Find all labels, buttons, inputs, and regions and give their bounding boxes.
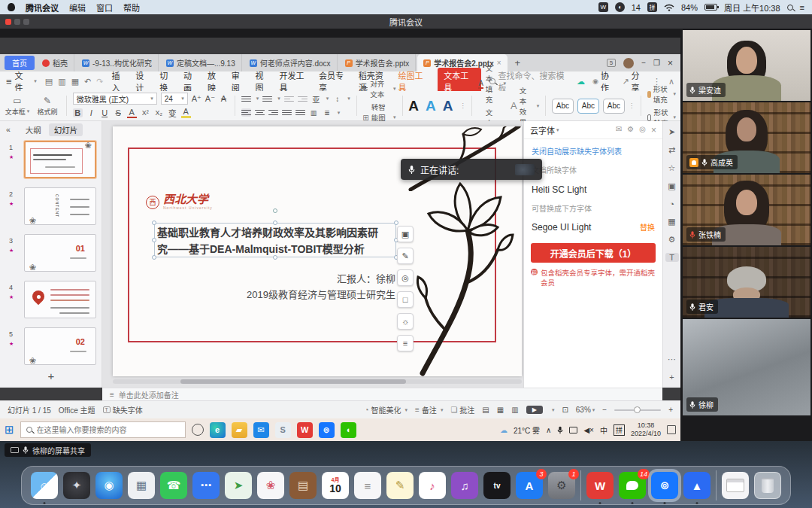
shape-style-more-icon[interactable]: ⋮ [629,102,635,109]
font-name-select[interactable]: 微软雅黑 (正文)▾ [73,93,157,105]
selection-handle[interactable] [152,221,156,225]
close-icon[interactable]: × [668,58,673,68]
dock-tencent-meeting[interactable]: ⊚ [651,472,678,499]
strip-more-icon[interactable]: ⋯ [668,354,676,364]
float-zoom-icon[interactable]: ◎ [397,269,414,286]
slide-thumb-2[interactable]: ❀ CONTENT [24,187,96,225]
superscript-button[interactable]: X² [141,109,150,117]
dock-calendar[interactable]: 4月10 [322,472,349,499]
justify-icon[interactable] [282,108,292,117]
slide-thumb-5[interactable]: ❀ 02 [24,327,96,365]
decrease-indent-icon[interactable] [284,95,294,103]
text-fill-button[interactable]: A文本填充▾ [478,62,506,105]
selection-handle[interactable] [273,255,277,260]
increase-font-icon[interactable]: A⁺ [192,94,201,104]
align-right-icon[interactable] [268,108,278,117]
dock-settings[interactable]: ⚙1 [548,472,575,499]
shape-style-1[interactable]: Abc [552,99,574,114]
dock-safari[interactable]: ◉ [95,472,123,499]
bold-button[interactable]: B [73,108,83,117]
dock-appletv[interactable]: tv [483,472,511,499]
tray-expand-icon[interactable]: ∧ [546,426,551,434]
wps-statusbar-icon[interactable]: W [598,2,608,12]
mail-app-icon[interactable]: ✉ [253,422,269,438]
shape-style-3[interactable]: Abc [603,99,625,114]
shape-fill-button[interactable]: 形状填充▾ [647,84,676,105]
wechat-taskbar-icon[interactable]: ◖ [341,422,356,438]
participant-tile[interactable]: 君安 [683,247,810,318]
maximize-icon[interactable]: ❐ [653,59,660,67]
dock-journal[interactable]: ▤ [289,472,317,499]
clear-format-icon[interactable]: A [219,94,229,103]
share-button[interactable]: ↗分享 [622,69,645,93]
text-preset-3[interactable]: A [443,98,453,114]
cloud-sync-icon[interactable]: ☁ [577,77,585,87]
zoom-in-icon[interactable]: + [668,406,673,414]
font-panel-title[interactable]: 云字体▾ [530,124,559,136]
window-close-button[interactable] [5,19,11,25]
view-read-icon[interactable]: ▥ [511,406,518,414]
text-effect-change-button[interactable]: 变 [168,107,177,119]
dock-launchpad[interactable]: ✦ [63,472,90,499]
slide-title-textbox[interactable]: 基础职业教育人才培养财政效率及其影响因素研 究——基于DEA-Malmquist… [154,223,396,257]
slide-thumb-1-selected[interactable]: ❀ [24,141,96,178]
dock-wps[interactable]: W [586,472,614,499]
beautify-button[interactable]: ◔智能美化▾ [364,404,408,415]
menu-member[interactable]: 会员专享 [319,69,350,93]
distribute-icon[interactable] [295,108,305,117]
dock-facetime[interactable]: ☎ [160,472,187,499]
selection-handle[interactable] [152,238,156,242]
para-settings-icon[interactable]: ≣ [323,109,332,117]
undo-icon[interactable]: ↶ [84,77,91,87]
feedback-icon[interactable]: ✉ [616,125,622,135]
taskbar-search-input[interactable] [37,426,172,434]
tray-lang[interactable]: 中 [600,424,607,436]
notes-bar[interactable]: ≡ 单击此处添加备注 [102,388,662,400]
tray-mic-icon[interactable] [557,426,563,434]
text-preset-1[interactable]: A [408,98,419,114]
auto-show-link[interactable]: 关闭自动展示缺失字体列表 [524,139,662,157]
minimize-icon[interactable]: − [641,59,646,67]
play-slideshow-button[interactable]: ▶ [526,406,543,414]
tab-docer[interactable]: 稻壳 [36,54,74,71]
dock-preview[interactable]: ▦ [128,472,155,499]
align-center-icon[interactable] [255,108,265,117]
float-notes-icon[interactable]: ≡ [397,335,414,351]
underline-button[interactable]: U [100,108,110,117]
decrease-font-icon[interactable]: A⁻ [205,94,215,104]
theme-name[interactable]: Office 主题 [59,404,95,415]
shape-style-2[interactable]: Abc [577,99,599,114]
numbering-icon[interactable] [262,95,272,103]
menubar-clock[interactable]: 周日 上午10:38 [724,2,780,14]
comment-toggle[interactable]: ❏批注 [450,404,474,415]
wechat-statusbar-icon[interactable]: ◖ [615,2,625,12]
new-tab-button[interactable]: + [509,57,527,68]
menu-app-name[interactable]: 腾讯会议 [26,2,59,14]
dock-notes[interactable]: ✎ [386,472,414,499]
font-size-select[interactable]: 24▾ [161,93,188,105]
redo-icon[interactable]: ↷ [96,77,103,87]
line-spacing-icon[interactable]: ↕ [332,95,342,103]
tray-mute-icon[interactable]: ◀× [583,426,594,434]
wps-taskbar-icon[interactable]: W [297,422,313,438]
weather-text[interactable]: 21°C 雾 [514,424,540,436]
window-zoom-button[interactable] [23,19,29,25]
tray-display-icon[interactable] [569,427,577,433]
window-minimize-button[interactable] [14,19,20,25]
dock-maps[interactable]: ➤ [225,472,252,499]
media-tool-icon[interactable]: ▦ [668,217,675,227]
tray-time[interactable]: 10:38 [631,421,661,430]
text-effect-button[interactable]: A文本效果▾ [511,93,539,119]
float-shape-icon[interactable]: □ [397,291,414,308]
dock-podcasts[interactable]: ♫ [451,472,478,499]
edge-icon[interactable]: e [210,422,226,438]
increase-indent-icon[interactable] [298,95,308,103]
selection-handle[interactable] [273,221,277,225]
menu-draw-tools[interactable]: 绘图工具 [398,69,429,93]
apple-icon[interactable] [8,3,15,11]
menu-design[interactable]: 设计 [135,69,151,93]
slide-thumb-4[interactable] [24,281,96,318]
menu-slideshow[interactable]: 放映 [208,69,223,93]
font-tool-icon-active[interactable]: T [665,253,679,262]
participant-tile[interactable]: 张铁楠 [683,175,810,245]
